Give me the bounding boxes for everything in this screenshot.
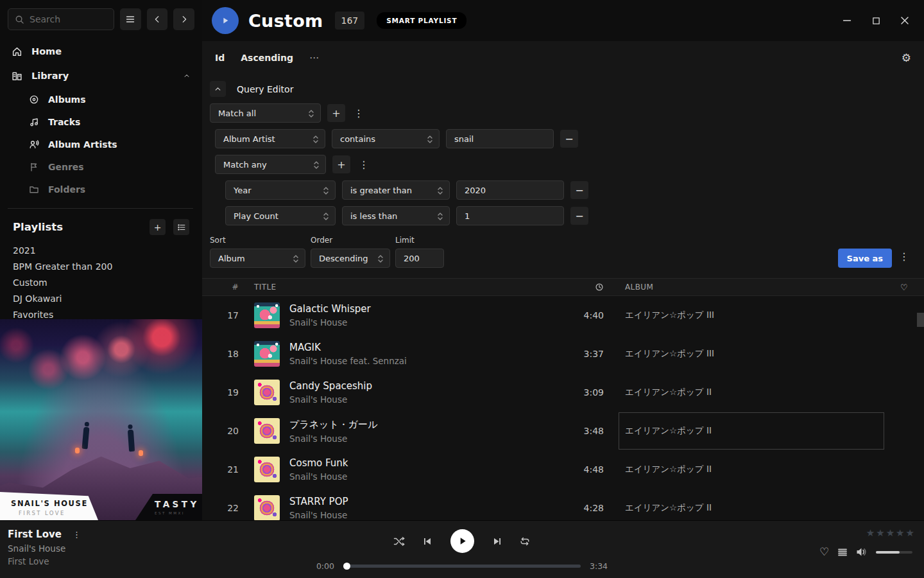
now-playing-artist[interactable]: Snail's House: [8, 543, 83, 554]
search-input[interactable]: [30, 14, 100, 24]
track-duration: 4:28: [554, 503, 619, 513]
track-count-badge: 167: [335, 12, 365, 30]
track-number: 20: [202, 426, 246, 436]
rule-operator-select[interactable]: contains: [332, 129, 440, 148]
sidebar-item-folders[interactable]: Folders: [12, 178, 193, 200]
track-album: エイリアン☆ポップ II: [619, 374, 884, 411]
close-button[interactable]: [900, 16, 909, 25]
sidebar-item-tracks[interactable]: Tracks: [12, 110, 193, 133]
sort-field-button[interactable]: Id: [215, 53, 225, 63]
sort-column: Sort Album: [210, 236, 305, 268]
star-icon[interactable]: ★: [906, 527, 916, 539]
maximize-button[interactable]: [871, 16, 880, 25]
total-time: 3:34: [590, 561, 609, 571]
album-art-artist-banner: SNAIL'S HOUSE FIRST LOVE: [0, 492, 98, 520]
minimize-button[interactable]: [843, 16, 851, 25]
star-icon[interactable]: ★: [896, 527, 905, 539]
track-album-focused-cell[interactable]: エイリアン☆ポップ II: [619, 412, 884, 450]
add-group-rule-button[interactable]: +: [332, 155, 350, 173]
scrollbar-thumb[interactable]: [917, 313, 924, 327]
next-button[interactable]: [490, 534, 505, 549]
progress-row: 0:00 3:34: [308, 561, 616, 571]
playlist-item[interactable]: Custom: [0, 275, 202, 291]
now-playing-title[interactable]: First Love: [8, 529, 62, 540]
group-match-select[interactable]: Match any: [215, 155, 326, 174]
playlist-item[interactable]: 2021: [0, 243, 202, 259]
sidebar-item-genres[interactable]: Genres: [12, 155, 193, 178]
remove-rule-button[interactable]: −: [570, 207, 588, 225]
rule-field-select[interactable]: Album Artist: [215, 129, 325, 148]
sidebar-item-library[interactable]: Library: [12, 64, 193, 88]
rule-value-input[interactable]: snail: [446, 129, 554, 148]
rule-value-input[interactable]: 2020: [456, 180, 564, 200]
select-caret-icon: [377, 254, 384, 264]
play-playlist-button[interactable]: [212, 7, 239, 34]
track-artist: Snail's House: [289, 434, 377, 444]
column-header-title[interactable]: TITLE: [246, 283, 554, 292]
now-playing-album[interactable]: First Love: [8, 556, 83, 566]
rule-field-select[interactable]: Year: [225, 180, 336, 200]
library-icon: [12, 71, 22, 82]
order-label: Order: [311, 236, 390, 245]
column-header-album[interactable]: ALBUM: [619, 283, 884, 292]
collapse-query-editor-button[interactable]: [210, 81, 226, 97]
track-row[interactable]: 17 Galactic Whisper Snail's House 4:40 エ…: [202, 296, 924, 335]
queue-icon[interactable]: [837, 548, 848, 557]
sidebar-item-home[interactable]: Home: [12, 39, 193, 64]
star-icon[interactable]: ★: [876, 527, 886, 539]
minimize-icon: [843, 16, 851, 25]
add-rule-button[interactable]: +: [327, 104, 345, 122]
volume-slider[interactable]: [876, 551, 912, 554]
column-header-duration[interactable]: [595, 283, 619, 292]
rule-operator-select[interactable]: is less than: [342, 206, 450, 225]
add-playlist-button[interactable]: +: [150, 219, 166, 235]
menu-button[interactable]: [120, 8, 141, 30]
track-row[interactable]: 20 プラネット・ガール Snail's House 3:48 エイリアン☆ポッ…: [202, 412, 924, 450]
column-header-favorite[interactable]: ♡: [900, 283, 908, 292]
save-as-button[interactable]: Save as: [838, 249, 892, 268]
save-more-button[interactable]: ⋮: [897, 250, 911, 263]
seek-handle[interactable]: [343, 563, 350, 570]
nav-back-button[interactable]: [147, 8, 168, 30]
playlist-item[interactable]: DJ Okawari: [0, 291, 202, 307]
rule-more-button[interactable]: ⋮: [352, 107, 366, 119]
limit-input[interactable]: 200: [395, 249, 444, 268]
rule-value-input[interactable]: 1: [456, 206, 564, 225]
playlist-item[interactable]: BPM Greater than 200: [0, 259, 202, 275]
playlist-list-button[interactable]: [173, 219, 189, 235]
seek-slider[interactable]: [343, 565, 581, 568]
folder-icon: [29, 184, 39, 195]
play-pause-button[interactable]: [450, 529, 474, 553]
repeat-button[interactable]: [517, 534, 533, 549]
star-icon[interactable]: ★: [866, 527, 876, 539]
remove-rule-button[interactable]: −: [560, 130, 578, 148]
now-playing-more-button[interactable]: ⋮: [71, 530, 83, 539]
sort-select[interactable]: Album: [210, 249, 305, 268]
sidebar-item-albums[interactable]: Albums: [12, 88, 193, 110]
album-art-title: FIRST LOVE: [19, 510, 98, 516]
shuffle-button[interactable]: [392, 534, 407, 549]
minus-icon: −: [575, 210, 583, 222]
rule-operator-select[interactable]: is greater than: [342, 180, 450, 200]
group-more-button[interactable]: ⋮: [357, 159, 371, 171]
sidebar-item-album-artists[interactable]: Album Artists: [12, 133, 193, 155]
rule-field-select[interactable]: Play Count: [225, 206, 336, 225]
volume-icon[interactable]: [856, 547, 868, 557]
track-row[interactable]: 21 Cosmo Funk Snail's House 4:48 エイリアン☆ポ…: [202, 450, 924, 489]
gear-icon[interactable]: ⚙: [902, 51, 911, 64]
nav-forward-button[interactable]: [173, 8, 194, 30]
order-select[interactable]: Descending: [311, 249, 390, 268]
page-title: Custom: [248, 11, 323, 31]
track-row[interactable]: 19 Candy Spaceship Snail's House 3:09 エイ…: [202, 373, 924, 412]
search-box[interactable]: [8, 8, 114, 30]
favorite-button[interactable]: ♡: [819, 547, 829, 557]
remove-rule-button[interactable]: −: [570, 181, 588, 199]
root-match-select[interactable]: Match all: [210, 103, 321, 123]
sort-direction-button[interactable]: Ascending: [241, 53, 293, 63]
more-options-button[interactable]: ⋯: [309, 52, 320, 64]
star-icon[interactable]: ★: [886, 527, 896, 539]
previous-button[interactable]: [420, 534, 435, 549]
column-header-number[interactable]: #: [202, 283, 246, 292]
sidebar-divider: [8, 208, 193, 209]
track-row[interactable]: 18 MAGIK Snail's House feat. Sennzai 3:3…: [202, 335, 924, 373]
